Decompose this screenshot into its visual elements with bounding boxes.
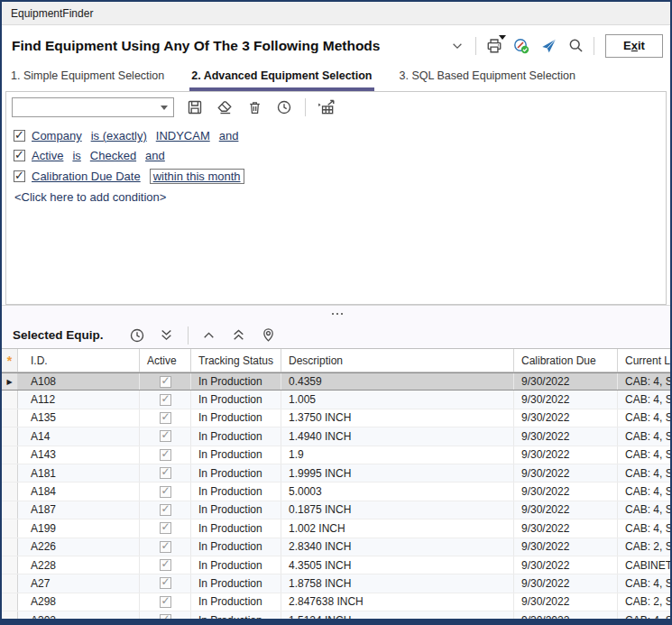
- cell-calibration-due[interactable]: 9/30/2022: [514, 483, 618, 500]
- cell-id[interactable]: A14: [18, 427, 140, 445]
- cell-description[interactable]: 1.5124 INCH: [281, 611, 514, 619]
- cell-active[interactable]: [140, 464, 191, 482]
- cell-description[interactable]: 1.3750 INCH: [281, 409, 514, 427]
- condition-token[interactable]: Calibration Due Date: [32, 170, 141, 183]
- cell-tracking-status[interactable]: In Production: [191, 501, 281, 519]
- condition-token[interactable]: within this month: [150, 169, 244, 184]
- cell-current-location[interactable]: CAB: 4, SH: [618, 427, 670, 445]
- cell-tracking-status[interactable]: In Production: [191, 593, 281, 611]
- window-titlebar[interactable]: EquipmentFinder: [2, 2, 670, 25]
- cell-calibration-due[interactable]: 9/30/2022: [514, 373, 618, 390]
- condition-token[interactable]: and: [145, 149, 165, 162]
- condition-checkbox[interactable]: [14, 130, 25, 142]
- row-selector[interactable]: [2, 391, 18, 408]
- row-selector[interactable]: [2, 574, 18, 592]
- table-row[interactable]: A187In Production0.1875 INCH9/30/2022CAB…: [2, 501, 670, 519]
- cell-active[interactable]: [140, 593, 191, 611]
- cell-tracking-status[interactable]: In Production: [191, 519, 281, 537]
- cell-calibration-due[interactable]: 9/30/2022: [514, 501, 618, 519]
- cell-calibration-due[interactable]: 9/30/2022: [514, 593, 618, 611]
- print-options-arrow[interactable]: [499, 35, 506, 40]
- row-selector[interactable]: [2, 538, 18, 556]
- saved-query-input[interactable]: [14, 99, 150, 115]
- cell-calibration-due[interactable]: 9/30/2022: [514, 391, 618, 408]
- condition-checkbox[interactable]: [14, 170, 25, 182]
- active-checkbox[interactable]: [160, 504, 171, 516]
- move-all-up-icon[interactable]: [230, 326, 248, 345]
- table-row[interactable]: A228In Production4.3505 INCH9/30/2022CAB…: [2, 556, 670, 574]
- table-row[interactable]: A226In Production2.8340 INCH9/30/2022CAB…: [2, 538, 670, 556]
- cell-active[interactable]: [140, 427, 191, 445]
- column-header-tracking-status[interactable]: Tracking Status: [191, 349, 281, 372]
- row-selector[interactable]: [2, 501, 18, 519]
- row-selector[interactable]: [2, 427, 18, 445]
- cell-description[interactable]: 2.8340 INCH: [281, 538, 514, 556]
- cell-active[interactable]: [140, 391, 191, 408]
- cell-active[interactable]: [140, 501, 191, 519]
- active-checkbox[interactable]: [160, 394, 171, 406]
- row-selector[interactable]: [2, 464, 18, 482]
- cell-description[interactable]: 1.4940 INCH: [281, 427, 514, 445]
- row-selector[interactable]: [2, 611, 18, 619]
- condition-token[interactable]: Checked: [90, 149, 136, 162]
- cell-id[interactable]: A228: [18, 556, 140, 574]
- cell-calibration-due[interactable]: 9/30/2022: [514, 464, 618, 482]
- cell-current-location[interactable]: CAB: 4, SH: [618, 574, 670, 592]
- cell-active[interactable]: [140, 483, 191, 500]
- active-checkbox[interactable]: [160, 449, 171, 461]
- saved-query-combobox[interactable]: [12, 97, 174, 117]
- add-condition-link[interactable]: <Click here to add condition>: [14, 190, 658, 204]
- cell-active[interactable]: [140, 611, 191, 619]
- cell-id[interactable]: A143: [18, 446, 140, 464]
- table-row[interactable]: A199In Production1.002 INCH9/30/2022CAB:…: [2, 519, 670, 538]
- cell-active[interactable]: [140, 538, 191, 556]
- send-icon[interactable]: [539, 37, 557, 55]
- cell-id[interactable]: A199: [18, 519, 140, 537]
- condition-token[interactable]: Active: [32, 149, 63, 162]
- cell-description[interactable]: 5.0003: [281, 483, 514, 500]
- table-row[interactable]: A14In Production1.4940 INCH9/30/2022CAB:…: [2, 427, 670, 446]
- cell-tracking-status[interactable]: In Production: [191, 446, 281, 464]
- table-row[interactable]: A27In Production1.8758 INCH9/30/2022CAB:…: [2, 574, 670, 593]
- cell-tracking-status[interactable]: In Production: [191, 538, 281, 556]
- active-checkbox[interactable]: [160, 577, 171, 589]
- print-icon[interactable]: [485, 37, 503, 55]
- condition-token[interactable]: and: [219, 129, 239, 142]
- save-icon[interactable]: [186, 98, 204, 116]
- active-checkbox[interactable]: [160, 522, 171, 534]
- active-checkbox[interactable]: [160, 614, 171, 619]
- cell-calibration-due[interactable]: 9/30/2022: [514, 427, 618, 445]
- cell-current-location[interactable]: CAB: 2, SH: [618, 593, 670, 611]
- cell-description[interactable]: 1.005: [281, 391, 514, 408]
- cell-id[interactable]: A184: [18, 483, 140, 500]
- column-header-calibration-due[interactable]: Calibration Due: [514, 349, 618, 372]
- build-query-icon[interactable]: [318, 98, 336, 116]
- erase-icon[interactable]: [216, 98, 234, 116]
- cell-active[interactable]: [140, 373, 191, 390]
- row-selector[interactable]: [2, 519, 18, 537]
- cell-tracking-status[interactable]: In Production: [191, 574, 281, 592]
- condition-token[interactable]: is: [72, 149, 80, 162]
- cell-tracking-status[interactable]: In Production: [191, 391, 281, 408]
- cell-id[interactable]: A135: [18, 409, 140, 427]
- cell-active[interactable]: [140, 574, 191, 592]
- locate-pin-icon[interactable]: [260, 326, 278, 345]
- cell-id[interactable]: A112: [18, 391, 140, 408]
- cell-current-location[interactable]: CABINET: 4: [618, 556, 670, 574]
- cell-current-location[interactable]: CAB: 4, SH: [618, 391, 670, 408]
- cell-calibration-due[interactable]: 9/30/2022: [514, 446, 618, 464]
- cell-calibration-due[interactable]: 9/30/2022: [514, 519, 618, 537]
- history-icon[interactable]: [128, 326, 146, 345]
- row-selector[interactable]: [2, 556, 18, 574]
- move-all-down-icon[interactable]: [158, 326, 176, 345]
- row-selector[interactable]: [2, 593, 18, 611]
- column-header-id[interactable]: I.D.: [18, 349, 140, 372]
- cell-description[interactable]: 1.002 INCH: [281, 519, 514, 537]
- chevron-down-icon[interactable]: [448, 37, 466, 55]
- combo-dropdown-icon[interactable]: [161, 106, 168, 110]
- table-row[interactable]: A143In Production1.99/30/2022CAB: 4, SH: [2, 446, 670, 464]
- exit-button[interactable]: Exit: [605, 34, 663, 58]
- cell-current-location[interactable]: CAB: 4, SH: [618, 446, 670, 464]
- table-row[interactable]: ▶A108In Production0.43599/30/2022CAB: 4,…: [2, 372, 670, 391]
- active-checkbox[interactable]: [160, 430, 171, 442]
